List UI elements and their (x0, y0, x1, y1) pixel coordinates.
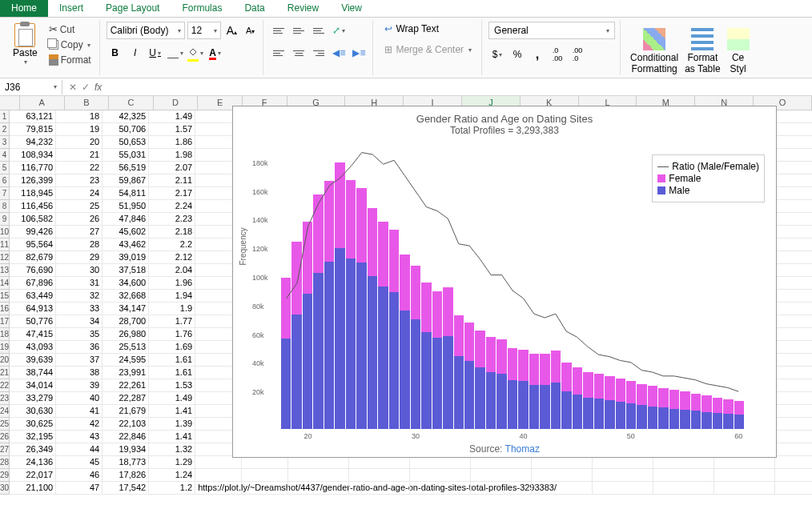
cell[interactable]: 46 (56, 469, 103, 482)
cell[interactable]: 33 (56, 303, 103, 315)
cell[interactable]: 94,232 (10, 136, 56, 149)
increase-decimal-button[interactable]: .0.00 (549, 46, 566, 63)
column-header-D[interactable]: D (154, 96, 199, 110)
cell[interactable]: 1.61 (149, 354, 195, 367)
cell[interactable]: 95,564 (10, 238, 56, 251)
cell[interactable]: 40 (56, 392, 103, 405)
row-header[interactable]: 19 (0, 341, 9, 354)
cell[interactable] (195, 469, 242, 482)
cell[interactable]: 47,415 (10, 328, 56, 341)
cell[interactable] (775, 418, 812, 431)
cell[interactable]: 76,690 (10, 264, 56, 277)
tab-formulas[interactable]: Formulas (171, 0, 233, 17)
row-header[interactable]: 27 (0, 443, 9, 456)
cell[interactable]: 26,349 (10, 443, 56, 456)
cell[interactable] (775, 213, 812, 226)
cell[interactable]: 31 (56, 277, 103, 290)
tab-home[interactable]: Home (0, 0, 48, 17)
cell[interactable]: 26,980 (103, 328, 149, 341)
align-bottom-button[interactable] (310, 22, 328, 38)
row-header[interactable]: 12 (0, 251, 9, 264)
cell[interactable] (775, 277, 812, 290)
cell[interactable]: 50,653 (103, 136, 149, 149)
font-color-button[interactable]: A▾ (207, 44, 224, 62)
cell[interactable] (775, 187, 812, 200)
row-header[interactable]: 17 (0, 315, 9, 328)
enter-icon[interactable]: ✓ (82, 82, 90, 93)
cell[interactable] (775, 405, 812, 418)
bold-button[interactable]: B (107, 44, 124, 62)
row-header[interactable]: 29 (0, 469, 9, 482)
cell[interactable]: 2.11 (149, 174, 195, 187)
cell[interactable] (242, 469, 288, 482)
cell[interactable]: 2.24 (149, 200, 195, 213)
cell[interactable]: 30 (56, 264, 103, 277)
tab-page-layout[interactable]: Page Layout (94, 0, 171, 17)
cell[interactable]: 22,103 (103, 418, 149, 431)
formula-input[interactable] (108, 78, 812, 95)
cell[interactable]: 79,815 (10, 123, 56, 136)
cell[interactable]: 24 (56, 187, 103, 200)
cell[interactable]: 28 (56, 238, 103, 251)
cell[interactable]: 22 (56, 162, 103, 174)
cell[interactable]: 44 (56, 443, 103, 456)
cell[interactable] (410, 482, 471, 495)
cell[interactable]: 82,679 (10, 251, 56, 264)
border-button[interactable]: ▾ (167, 44, 184, 62)
cell[interactable]: 35 (56, 328, 103, 341)
cell[interactable]: 126,399 (10, 174, 56, 187)
cell[interactable] (775, 341, 812, 354)
cell[interactable] (775, 264, 812, 277)
cell[interactable]: 1.24 (149, 469, 195, 482)
cell[interactable]: 2.23 (149, 213, 195, 226)
row-header[interactable]: 1 (0, 110, 9, 123)
cell[interactable]: 23 (56, 174, 103, 187)
cell[interactable]: 41 (56, 405, 103, 418)
cell[interactable]: 1.29 (149, 456, 195, 469)
cell[interactable]: 47,846 (103, 213, 149, 226)
cell[interactable]: 56,519 (103, 162, 149, 174)
cell[interactable] (775, 290, 812, 303)
fx-label[interactable]: fx (94, 82, 102, 93)
cell[interactable]: 55,031 (103, 149, 149, 162)
cell[interactable] (471, 469, 532, 482)
cell-styles-button[interactable]: Ce Styl (724, 22, 753, 76)
cell[interactable] (410, 456, 471, 469)
cancel-icon[interactable]: ✕ (69, 82, 77, 93)
cell[interactable]: 21,100 (10, 482, 56, 495)
cell[interactable] (242, 456, 288, 469)
cell[interactable]: 22,261 (103, 379, 149, 392)
cell[interactable]: 22,846 (103, 431, 149, 443)
cell[interactable]: 108,934 (10, 149, 56, 162)
percent-button[interactable]: % (509, 46, 526, 63)
cell[interactable] (288, 469, 349, 482)
cell[interactable] (288, 482, 349, 495)
cell[interactable] (532, 456, 593, 469)
cell[interactable] (775, 149, 812, 162)
cell[interactable]: 1.41 (149, 431, 195, 443)
cell[interactable]: 36 (56, 341, 103, 354)
font-name-select[interactable]: Calibri (Body)▾ (107, 22, 185, 39)
cell[interactable]: 17,826 (103, 469, 149, 482)
cell[interactable]: 19 (56, 123, 103, 136)
row-header[interactable]: 20 (0, 354, 9, 367)
cell[interactable]: 1.96 (149, 277, 195, 290)
cell[interactable]: 21 (56, 149, 103, 162)
italic-button[interactable]: I (127, 44, 144, 62)
cell[interactable]: 29 (56, 251, 103, 264)
cell[interactable] (775, 251, 812, 264)
cell[interactable] (714, 456, 775, 469)
cell[interactable]: 23,991 (103, 367, 149, 379)
cell[interactable]: 42 (56, 418, 103, 431)
conditional-formatting-button[interactable]: Conditional Formatting (627, 22, 681, 76)
cell[interactable] (775, 469, 812, 482)
cell[interactable]: 118,945 (10, 187, 56, 200)
paste-button[interactable]: Paste ▾ (8, 22, 42, 67)
cell[interactable] (775, 456, 812, 469)
cell[interactable]: 34,600 (103, 277, 149, 290)
cell[interactable]: 54,811 (103, 187, 149, 200)
cell[interactable]: 38,744 (10, 367, 56, 379)
cell[interactable]: 1.86 (149, 136, 195, 149)
cell[interactable]: 99,426 (10, 226, 56, 238)
cell[interactable] (653, 456, 714, 469)
